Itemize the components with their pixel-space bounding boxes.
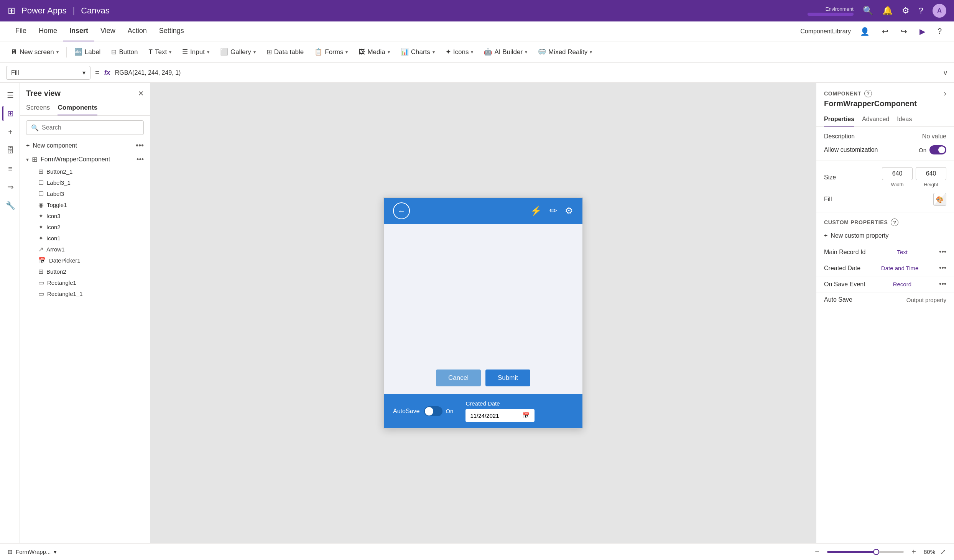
allow-customization-toggle[interactable] — [929, 145, 946, 154]
bottom-component-name[interactable]: ⊞ FormWrapp... ▾ — [8, 549, 57, 555]
tree-more-icon[interactable]: ••• — [136, 141, 144, 150]
chevron-down-bottom[interactable]: ▾ — [54, 549, 57, 555]
data-table-btn[interactable]: ⊞ Data table — [262, 46, 309, 58]
width-input[interactable] — [882, 167, 913, 180]
menu-home[interactable]: Home — [33, 21, 63, 41]
height-input[interactable] — [916, 167, 946, 180]
tree-child-label3-1[interactable]: ☐ Label3_1 — [20, 177, 150, 188]
text-btn[interactable]: T Text ▾ — [144, 46, 176, 58]
tree-child-arrow1[interactable]: ↗ Arrow1 — [20, 244, 150, 255]
custom-props-help-icon[interactable]: ? — [891, 218, 898, 226]
tree-close-icon[interactable]: ✕ — [138, 89, 144, 98]
environment-box[interactable]: Environment — [808, 6, 854, 16]
person-icon[interactable]: 👤 — [857, 25, 873, 38]
help-menu-icon[interactable]: ? — [934, 25, 945, 37]
fill-swatch[interactable]: 🎨 — [933, 193, 946, 206]
avatar[interactable]: A — [933, 4, 946, 18]
zoom-in-btn[interactable]: + — [908, 547, 919, 557]
redo-icon[interactable]: ↪ — [898, 25, 910, 38]
zoom-out-btn[interactable]: − — [812, 547, 822, 557]
tree-child-rectangle1[interactable]: ▭ Rectangle1 — [20, 277, 150, 288]
filter-icon[interactable]: ⚡ — [530, 205, 542, 216]
gear-icon[interactable]: ⚙ — [902, 6, 910, 16]
tree-child-label3[interactable]: ☐ Label3 — [20, 188, 150, 199]
help-icon[interactable]: ? — [919, 6, 923, 16]
sidebar-icon-layers[interactable]: ⊞ — [2, 106, 18, 121]
autosave-toggle[interactable] — [424, 406, 442, 416]
settings-icon[interactable]: ⚙ — [565, 205, 573, 216]
sidebar-icon-data[interactable]: 🗄 — [2, 143, 18, 158]
tab-components[interactable]: Components — [58, 101, 97, 115]
component-library-btn[interactable]: ComponentLibrary — [800, 28, 851, 35]
gallery-btn[interactable]: ⬜ Gallery ▾ — [215, 46, 260, 58]
button-btn[interactable]: ⊟ Button — [107, 46, 142, 58]
label-btn[interactable]: 🔤 Label — [70, 46, 105, 58]
cancel-button[interactable]: Cancel — [436, 370, 481, 386]
sidebar-icon-tools[interactable]: 🔧 — [2, 198, 18, 213]
charts-btn[interactable]: 📊 Charts ▾ — [396, 46, 439, 58]
property-dropdown-arrow[interactable]: ▾ — [82, 69, 86, 76]
media-dropdown-arrow[interactable]: ▾ — [388, 49, 390, 55]
undo-icon[interactable]: ↩ — [879, 25, 891, 38]
ai-builder-btn[interactable]: 🤖 AI Builder ▾ — [479, 46, 532, 58]
panel-expand-icon[interactable]: › — [944, 89, 946, 98]
component-help-icon[interactable]: ? — [864, 90, 872, 97]
component-row-formwrapper[interactable]: ▾ ⊞ FormWrapperComponent ••• — [20, 153, 150, 166]
mixed-reality-btn[interactable]: 🥽 Mixed Reality ▾ — [533, 46, 597, 58]
date-input[interactable]: 11/24/2021 📅 — [465, 409, 535, 422]
tab-screens[interactable]: Screens — [26, 101, 50, 115]
prop-more-2[interactable]: ••• — [939, 280, 946, 288]
menu-view[interactable]: View — [94, 21, 122, 41]
menu-action[interactable]: Action — [122, 21, 153, 41]
menu-file[interactable]: File — [9, 21, 33, 41]
sidebar-icon-routes[interactable]: ⇒ — [2, 179, 18, 195]
forms-dropdown-arrow[interactable]: ▾ — [345, 49, 348, 55]
property-selector[interactable]: Fill ▾ — [6, 66, 90, 80]
tree-child-button2[interactable]: ⊞ Button2 — [20, 266, 150, 277]
tree-child-datepicker1[interactable]: 📅 DatePicker1 — [20, 255, 150, 266]
input-btn[interactable]: ☰ Input ▾ — [178, 46, 214, 58]
tree-child-icon1[interactable]: ✦ Icon1 — [20, 233, 150, 244]
sidebar-icon-variables[interactable]: ≡ — [2, 161, 18, 176]
sidebar-icon-menu[interactable]: ☰ — [2, 87, 18, 103]
formula-input[interactable] — [115, 66, 938, 80]
tab-properties[interactable]: Properties — [824, 113, 854, 126]
prop-more-1[interactable]: ••• — [939, 264, 946, 272]
calendar-icon[interactable]: 📅 — [523, 412, 530, 419]
new-custom-property-btn[interactable]: + New custom property — [816, 229, 954, 244]
waffle-icon[interactable]: ⊞ — [8, 5, 15, 16]
edit-icon[interactable]: ✏ — [549, 205, 557, 216]
tree-search-box[interactable]: 🔍 — [26, 120, 144, 135]
search-icon[interactable]: 🔍 — [863, 6, 873, 16]
menu-insert[interactable]: Insert — [63, 21, 94, 41]
canvas-back-button[interactable]: ← — [393, 202, 410, 219]
menu-settings[interactable]: Settings — [153, 21, 190, 41]
tree-child-icon2[interactable]: ✦ Icon2 — [20, 222, 150, 233]
mixed-reality-dropdown-arrow[interactable]: ▾ — [590, 49, 592, 55]
tree-child-toggle1[interactable]: ◉ Toggle1 — [20, 199, 150, 210]
zoom-slider[interactable] — [827, 551, 904, 553]
icons-dropdown-arrow[interactable]: ▾ — [471, 49, 473, 55]
zoom-slider-thumb[interactable] — [873, 549, 879, 555]
play-icon[interactable]: ▶ — [916, 25, 928, 38]
fullscreen-btn[interactable]: ⤢ — [940, 547, 946, 557]
media-btn[interactable]: 🖼 Media ▾ — [354, 46, 394, 58]
gallery-dropdown-arrow[interactable]: ▾ — [253, 49, 256, 55]
input-dropdown-arrow[interactable]: ▾ — [207, 49, 209, 55]
formula-expand-icon[interactable]: ∨ — [943, 69, 948, 77]
tab-advanced[interactable]: Advanced — [862, 113, 889, 126]
sidebar-icon-add[interactable]: + — [2, 124, 18, 140]
new-component-btn[interactable]: + New component — [26, 142, 77, 149]
submit-button[interactable]: Submit — [485, 370, 530, 386]
tab-ideas[interactable]: Ideas — [897, 113, 912, 126]
tree-child-rectangle1-1[interactable]: ▭ Rectangle1_1 — [20, 288, 150, 299]
search-input[interactable] — [42, 124, 139, 131]
tree-child-button2-1[interactable]: ⊞ Button2_1 — [20, 166, 150, 177]
new-screen-btn[interactable]: 🖥 New screen ▾ — [6, 46, 63, 58]
forms-btn[interactable]: 📋 Forms ▾ — [310, 46, 352, 58]
component-more-icon[interactable]: ••• — [137, 156, 144, 164]
charts-dropdown-arrow[interactable]: ▾ — [433, 49, 435, 55]
new-screen-dropdown-arrow[interactable]: ▾ — [56, 49, 59, 55]
text-dropdown-arrow[interactable]: ▾ — [169, 49, 171, 55]
tree-child-icon3[interactable]: ✦ Icon3 — [20, 210, 150, 222]
